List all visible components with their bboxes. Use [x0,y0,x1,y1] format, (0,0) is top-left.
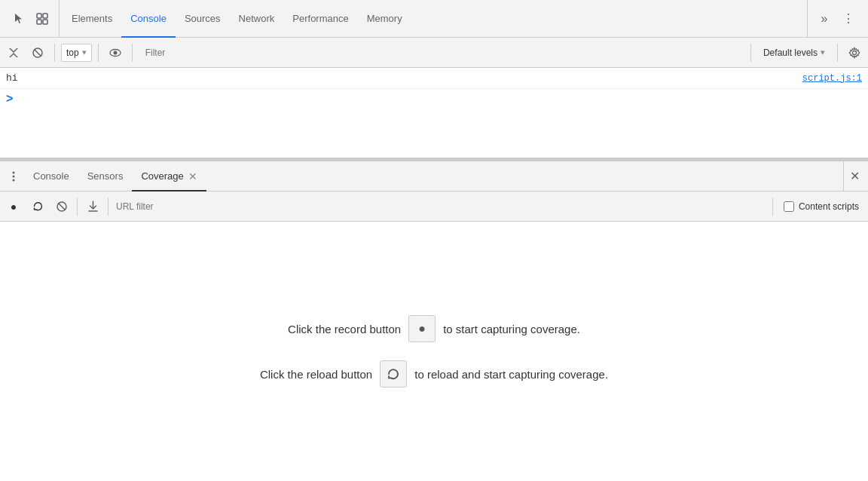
tab-console[interactable]: Console [121,1,176,38]
main-tabs: Elements Console Sources Network Perform… [60,0,807,37]
svg-marker-4 [9,48,18,57]
coverage-tab-close[interactable]: ✕ [188,170,197,182]
coverage-hint-record: Click the record button ● to start captu… [288,315,580,342]
svg-rect-1 [43,14,47,18]
toolbar-divider-1 [54,44,55,62]
drawer-tab-bar: Console Sensors Coverage ✕ ✕ [0,161,868,191]
toolbar-divider-3 [132,44,133,62]
top-tab-bar: Elements Console Sources Network Perform… [0,0,868,38]
eye-icon[interactable] [105,42,126,63]
drawer-tabs: Console Sensors Coverage ✕ [24,161,206,191]
toolbar-divider-4 [750,44,751,62]
console-log-line: hi script.js:1 [0,68,868,89]
hint-record-icon: ● [408,315,436,342]
menu-icon[interactable]: ⋮ [838,8,859,29]
filter-input[interactable] [139,44,744,62]
drawer-panel: Console Sensors Coverage ✕ ✕ ● [0,158,868,481]
svg-rect-2 [37,20,41,24]
drawer-more-icon[interactable] [3,166,24,187]
tab-bar-right: » ⋮ [807,0,865,37]
drawer-tab-console[interactable]: Console [24,162,78,191]
drawer-tab-coverage[interactable]: Coverage ✕ [132,162,206,191]
svg-point-9 [853,51,857,54]
coverage-hint-reload: Click the reload button to reload and st… [260,360,608,388]
hint-reload-icon [380,360,407,388]
tab-elements[interactable]: Elements [63,1,121,38]
drawer-close-button[interactable]: ✕ [844,166,865,187]
console-output: hi script.js:1 > [0,68,868,158]
context-selector[interactable]: top ▾ [61,44,92,62]
devtools-window: Elements Console Sources Network Perform… [0,0,868,481]
svg-point-12 [13,179,15,181]
devtools-icons [3,0,60,37]
svg-point-10 [13,171,15,173]
svg-rect-0 [37,14,41,18]
upper-panel: top ▾ Default levels ▾ [0,38,868,158]
tab-memory[interactable]: Memory [358,1,411,38]
coverage-clear-button[interactable] [51,196,72,217]
tab-network[interactable]: Network [230,1,284,38]
coverage-body: Click the record button ● to start captu… [0,222,868,481]
toolbar-divider-5 [837,44,838,62]
cov-toolbar-divider [77,198,78,216]
cursor-icon[interactable] [9,8,30,29]
overflow-icon[interactable]: » [814,8,835,29]
cov-toolbar-divider-3 [772,198,773,216]
content-scripts-label[interactable]: Content scripts [778,201,865,212]
console-toolbar: top ▾ Default levels ▾ [0,38,868,68]
cov-toolbar-divider-2 [108,198,108,216]
drawer-tab-sensors[interactable]: Sensors [78,162,133,191]
inspect-icon[interactable] [32,8,53,29]
coverage-reload-button[interactable] [27,196,48,217]
svg-point-8 [113,51,117,54]
url-filter-input[interactable] [113,201,768,212]
default-levels-dropdown[interactable]: Default levels ▾ [757,44,831,62]
coverage-download-button[interactable] [82,196,103,217]
tab-performance[interactable]: Performance [283,1,357,38]
tab-sources[interactable]: Sources [176,1,230,38]
svg-point-11 [13,175,15,177]
svg-line-14 [59,203,66,210]
settings-icon[interactable] [844,42,865,63]
console-prompt[interactable]: > [0,89,868,109]
content-scripts-checkbox[interactable] [784,201,794,212]
coverage-toolbar: ● [0,191,868,222]
toolbar-divider-2 [98,44,99,62]
coverage-record-button[interactable]: ● [3,196,24,217]
svg-line-6 [35,49,41,56]
clear-console-icon[interactable] [3,42,24,63]
svg-rect-3 [43,20,47,24]
ban-icon[interactable] [27,42,48,63]
